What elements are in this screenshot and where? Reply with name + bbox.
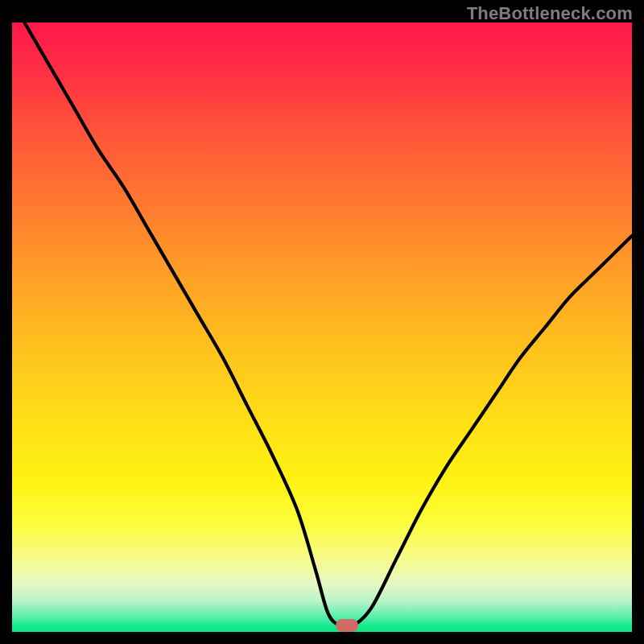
optimum-marker (336, 619, 358, 632)
plot-area (12, 23, 632, 632)
watermark-text: TheBottleneck.com (467, 3, 633, 24)
chart-frame: TheBottleneck.com (0, 0, 644, 644)
bottleneck-curve (12, 23, 632, 632)
